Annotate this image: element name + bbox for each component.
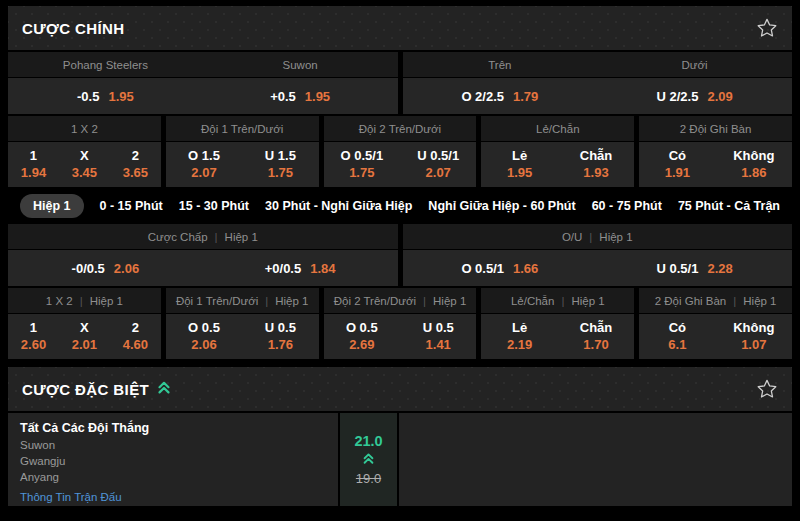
tab-15-30[interactable]: 15 - 30 Phút — [179, 199, 249, 213]
special-bets-header[interactable]: CƯỢC ĐẶC BIỆT — [8, 367, 792, 411]
fulltime-market-odds-row: 1 1.94 X 3.45 2 3.65 O 1.5 2.07 U — [8, 142, 792, 187]
odds-cell-t1-over[interactable]: O 1.5 2.07 — [166, 142, 242, 187]
odds-cell-over[interactable]: O 2/2.5 1.79 — [403, 78, 598, 114]
current-odds-value: 21.0 — [354, 433, 382, 449]
collapse-chevron-up-icon[interactable] — [157, 380, 171, 399]
main-bets-section: CƯỢC CHÍNH Pohang Steelers Suwon Trên Dư… — [8, 6, 792, 359]
special-market-description: Tất Cả Các Đội Thắng Suwon Gwangju Anyan… — [8, 413, 338, 506]
market-header-team1-ou: Đội 1 Trên/Dưới — [166, 116, 319, 141]
ou-header-group: Trên Dưới — [403, 52, 793, 77]
main-bets-header[interactable]: CƯỢC CHÍNH — [8, 6, 792, 50]
h1-market-header-row: 1 X 2|Hiệp 1 Đội 1 Trên/Dưới|Hiệp 1 Đội … — [8, 288, 792, 313]
match-info-link[interactable]: Thông Tin Trận Đấu — [20, 489, 326, 506]
odds-cell-btts-yes[interactable]: Có 1.91 — [639, 142, 715, 187]
odds-cell-t1-under[interactable]: U 1.5 1.75 — [242, 142, 318, 187]
h1-header-team2-ou: Đội 2 Trên/Dưới|Hiệp 1 — [324, 288, 477, 313]
odds-cell-even[interactable]: Chẵn 1.93 — [558, 142, 634, 187]
odds-cell-1[interactable]: 1 1.94 — [8, 142, 59, 187]
odds-cell-btts-no[interactable]: Không 1.86 — [716, 142, 792, 187]
fulltime-market-header-row: 1 X 2 Đội 1 Trên/Dưới Đội 2 Trên/Dưới Lẻ… — [8, 116, 792, 141]
h1-handicap-header: Cược Chấp|Hiệp 1 — [8, 224, 398, 249]
team-away-label: Suwon — [203, 59, 398, 71]
tab-60-75[interactable]: 60 - 75 Phút — [592, 199, 662, 213]
odds-cell-t2-under[interactable]: U 0.5/1 2.07 — [400, 142, 476, 187]
special-team-2: Gwangju — [20, 453, 326, 469]
special-bets-section: CƯỢC ĐẶC BIỆT Tất Cả Các Đội Thắng Suwon… — [8, 367, 792, 506]
market-header-team2-ou: Đội 2 Trên/Dưới — [324, 116, 477, 141]
section-divider — [8, 359, 792, 367]
h1-handicap-header-row: Cược Chấp|Hiệp 1 O/U|Hiệp 1 — [8, 224, 792, 249]
main-bets-title: CƯỢC CHÍNH — [22, 20, 125, 37]
market-header-btts: 2 Đội Ghi Bàn — [639, 116, 792, 141]
odds-cell-under[interactable]: U 2/2.5 2.09 — [597, 78, 792, 114]
h1-header-btts: 2 Đội Ghi Bàn|Hiệp 1 — [639, 288, 792, 313]
market-header-oddeven: Lẻ/Chẵn — [481, 116, 634, 141]
h1-header-1x2: 1 X 2|Hiệp 1 — [8, 288, 161, 313]
h1-market-odds-row: 1 2.60 X 2.01 2 4.60 O 0.5 2.06 U — [8, 314, 792, 359]
odds-cell-h1-2[interactable]: 2 4.60 — [110, 314, 161, 359]
odds-cell-h1-x[interactable]: X 2.01 — [59, 314, 110, 359]
odds-cell-h1-t1-under[interactable]: U 0.5 1.76 — [242, 314, 318, 359]
market-header-1x2: 1 X 2 — [8, 116, 161, 141]
odds-cell-h1-t1-over[interactable]: O 0.5 2.06 — [166, 314, 242, 359]
odds-cell-handicap-home[interactable]: -0.5 1.95 — [8, 78, 203, 114]
odds-cell-2[interactable]: 2 3.65 — [110, 142, 161, 187]
odds-cell-odd[interactable]: Lẻ 1.95 — [481, 142, 557, 187]
odds-cell-h1-btts-yes[interactable]: Có 6.1 — [639, 314, 715, 359]
odds-cell-x[interactable]: X 3.45 — [59, 142, 110, 187]
under-label: Dưới — [597, 59, 792, 71]
special-market-title: Tất Cả Các Đội Thắng — [20, 420, 326, 437]
tab-hiep-1[interactable]: Hiệp 1 — [20, 194, 84, 218]
odds-cell-h1-btts-no[interactable]: Không 1.07 — [716, 314, 792, 359]
h1-header-oddeven: Lẻ/Chẵn|Hiệp 1 — [481, 288, 634, 313]
tab-75-ft[interactable]: 75 Phút - Cả Trận — [678, 199, 780, 213]
previous-odds-value: 19.0 — [356, 471, 381, 486]
odds-cell-h1-t2-under[interactable]: U 0.5 1.41 — [400, 314, 476, 359]
odds-cell-handicap-away[interactable]: +0.5 1.95 — [203, 78, 398, 114]
special-market-row: Tất Cả Các Đội Thắng Suwon Gwangju Anyan… — [8, 413, 792, 506]
odds-up-icon — [362, 451, 375, 469]
favorite-star-icon[interactable] — [756, 378, 778, 400]
match-header-row: Pohang Steelers Suwon Trên Dưới — [8, 52, 792, 77]
period-tabbar: Hiệp 1 0 - 15 Phút 15 - 30 Phút 30 Phút … — [8, 187, 792, 224]
special-odds-cell[interactable]: 21.0 19.0 — [340, 413, 397, 506]
betting-page: CƯỢC CHÍNH Pohang Steelers Suwon Trên Dư… — [0, 0, 800, 521]
empty-panel — [399, 413, 792, 506]
handicap-header-group: Pohang Steelers Suwon — [8, 52, 398, 77]
odds-cell-h1-t2-over[interactable]: O 0.5 2.69 — [324, 314, 400, 359]
tab-30-ht[interactable]: 30 Phút - Nghỉ Giữa Hiệp — [265, 199, 412, 213]
special-bets-title: CƯỢC ĐẶC BIỆT — [22, 381, 149, 398]
odds-cell-h1-hdp-away[interactable]: +0/0.5 1.84 — [203, 250, 398, 286]
odds-cell-h1-hdp-home[interactable]: -0/0.5 2.06 — [8, 250, 203, 286]
tab-0-15[interactable]: 0 - 15 Phút — [100, 199, 163, 213]
odds-cell-h1-odd[interactable]: Lẻ 2.19 — [481, 314, 557, 359]
special-team-1: Suwon — [20, 437, 326, 453]
h1-handicap-odds-row: -0/0.5 2.06 +0/0.5 1.84 O 0.5/1 1.66 U 0… — [8, 250, 792, 286]
tab-ht-60[interactable]: Nghỉ Giữa Hiệp - 60 Phút — [428, 199, 575, 213]
odds-cell-t2-over[interactable]: O 0.5/1 1.75 — [324, 142, 400, 187]
over-label: Trên — [403, 59, 598, 71]
match-odds-row: -0.5 1.95 +0.5 1.95 O 2/2.5 1.79 U 2/2.5… — [8, 78, 792, 114]
favorite-star-icon[interactable] — [756, 17, 778, 39]
odds-cell-h1-under[interactable]: U 0.5/1 2.28 — [597, 250, 792, 286]
h1-ou-header: O/U|Hiệp 1 — [403, 224, 793, 249]
team-home-label: Pohang Steelers — [8, 59, 203, 71]
odds-cell-h1-1[interactable]: 1 2.60 — [8, 314, 59, 359]
odds-cell-h1-even[interactable]: Chẵn 1.70 — [558, 314, 634, 359]
special-team-3: Anyang — [20, 469, 326, 485]
h1-header-team1-ou: Đội 1 Trên/Dưới|Hiệp 1 — [166, 288, 319, 313]
odds-cell-h1-over[interactable]: O 0.5/1 1.66 — [403, 250, 598, 286]
